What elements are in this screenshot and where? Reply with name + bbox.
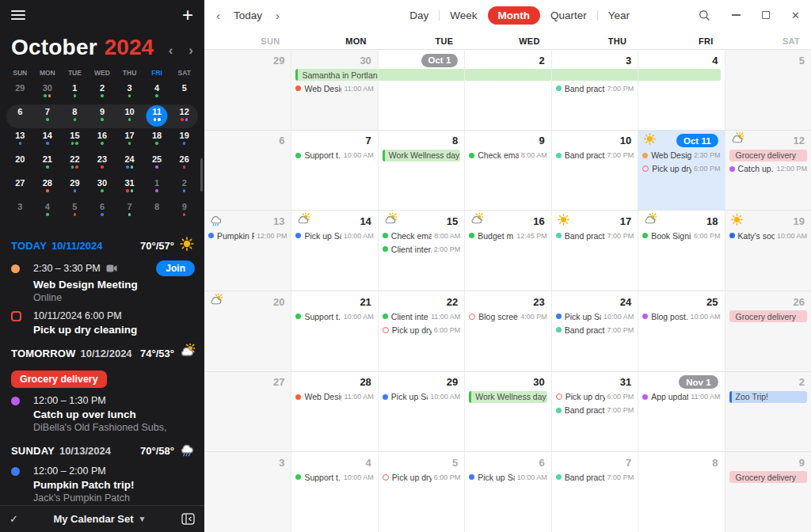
- mini-day-7[interactable]: 7: [34, 104, 62, 128]
- calendar-set-selector[interactable]: My Calendar Set ▼: [53, 513, 146, 525]
- minimize-window-icon[interactable]: [732, 14, 741, 15]
- todo-circle-icon[interactable]: [642, 165, 649, 172]
- view-tab-month[interactable]: Month: [488, 6, 540, 25]
- event-item[interactable]: Band practi...7:00 PM: [556, 82, 634, 94]
- day-cell-5[interactable]: 5Pick up dry...6:00 PM: [378, 452, 464, 532]
- day-cell-22[interactable]: 22Client inte...11:00 AMPick up dry...6:…: [378, 291, 464, 371]
- check-icon[interactable]: ✓: [10, 513, 18, 525]
- mini-day-6[interactable]: 6: [6, 104, 34, 128]
- event-item[interactable]: Budget m...12:45 PM: [469, 230, 546, 241]
- close-window-icon[interactable]: ✕: [791, 10, 800, 21]
- event-item[interactable]: Support t...10:00 AM: [295, 310, 373, 322]
- day-cell-7[interactable]: 7Band practi...7:00 PM: [551, 452, 638, 532]
- event-item[interactable]: Check email8:00 AM: [383, 230, 460, 241]
- mini-day-17[interactable]: 17: [116, 128, 143, 152]
- day-cell-30[interactable]: 30Samantha in PortlandWeb Desig...11:00 …: [291, 50, 377, 130]
- day-cell-17[interactable]: 17Band practi...7:00 PM: [551, 211, 638, 291]
- day-cell-8[interactable]: 8Work Wellness day: [378, 131, 464, 211]
- event-item[interactable]: Blog post...10:00 AM: [642, 310, 720, 322]
- day-cell-26[interactable]: 26Grocery delivery: [725, 291, 811, 371]
- todo-item[interactable]: Pick up dry...6:00 PM: [383, 471, 460, 483]
- event-item[interactable]: Band practi...7:00 PM: [556, 324, 634, 336]
- event-item[interactable]: Pick up Sa...10:00 AM: [383, 391, 460, 403]
- allday-event-banner[interactable]: Grocery delivery: [729, 150, 807, 162]
- day-cell-28[interactable]: 28Web Desig...11:00 AM: [291, 372, 377, 452]
- todo-circle-icon[interactable]: [469, 314, 475, 320]
- mini-day-15[interactable]: 15: [61, 128, 89, 152]
- mini-day-27[interactable]: 27: [6, 176, 34, 200]
- join-button[interactable]: Join: [156, 260, 195, 276]
- day-cell-18[interactable]: 18Book Signi...6:00 PM: [638, 211, 724, 291]
- allday-event-banner[interactable]: Samantha in Portland: [295, 69, 377, 81]
- day-cell-6[interactable]: 6: [204, 131, 291, 211]
- allday-event-banner[interactable]: Zoo Trip!: [729, 391, 807, 403]
- mini-day-13[interactable]: 13: [6, 128, 34, 152]
- event-item[interactable]: Pick up Sa...10:00 AM: [469, 471, 546, 483]
- todo-item[interactable]: Pick up dry...6:00 PM: [556, 391, 634, 403]
- event-item[interactable]: Pumpkin P...12:00 PM: [208, 230, 287, 241]
- day-cell-4[interactable]: 4: [638, 50, 724, 130]
- event-item[interactable]: Catch up...12:00 PM: [729, 163, 807, 175]
- todo-circle-icon[interactable]: [383, 474, 389, 481]
- todo-item[interactable]: Pick up dry...6:00 PM: [642, 163, 720, 175]
- mini-day-3[interactable]: 3: [116, 81, 143, 104]
- mini-next-month-icon[interactable]: ›: [188, 43, 193, 59]
- day-cell-4[interactable]: 4Support t...10:00 AM: [291, 452, 377, 532]
- agenda-allday-banner[interactable]: Grocery delivery: [11, 367, 195, 390]
- day-cell-14[interactable]: 14Pick up Sa...10:00 AM: [291, 211, 377, 291]
- mini-day-12[interactable]: 12: [170, 104, 198, 128]
- todo-item[interactable]: Blog screen...4:00 PM: [469, 310, 546, 322]
- agenda-item[interactable]: 12:00 – 2:00 PMPumpkin Patch trip!Jack's…: [11, 466, 195, 504]
- mini-day-28[interactable]: 28: [34, 176, 62, 200]
- view-tab-week[interactable]: Week: [440, 6, 487, 25]
- mini-day-4[interactable]: 4: [34, 200, 62, 223]
- mini-day-9[interactable]: 9: [170, 200, 198, 223]
- day-cell-29[interactable]: 29Pick up Sa...10:00 AM: [378, 372, 464, 452]
- mini-day-2[interactable]: 2: [89, 81, 116, 104]
- allday-event-banner[interactable]: [638, 69, 720, 81]
- allday-event-banner[interactable]: Work Wellness day: [383, 150, 460, 162]
- event-item[interactable]: Web Desig...11:00 AM: [295, 82, 373, 94]
- event-item[interactable]: Pick up Sa...10:00 AM: [295, 230, 373, 241]
- day-cell-8[interactable]: 8: [638, 452, 724, 532]
- day-cell-27[interactable]: 27: [204, 372, 291, 452]
- mini-day-8[interactable]: 8: [61, 104, 89, 128]
- day-cell-13[interactable]: 13Pumpkin P...12:00 PM: [204, 211, 291, 291]
- mini-day-5[interactable]: 5: [170, 81, 198, 104]
- event-item[interactable]: Katy's soc...10:00 AM: [729, 230, 807, 241]
- mini-day-19[interactable]: 19: [170, 128, 198, 152]
- day-cell-25[interactable]: 25Blog post...10:00 AM: [638, 291, 724, 371]
- event-item[interactable]: Client inter...2:00 PM: [383, 243, 460, 255]
- agenda-item[interactable]: 12:00 – 1:30 PMCatch up over lunchDiBell…: [11, 395, 195, 433]
- agenda-item[interactable]: 10/11/2024 6:00 PMPick up dry cleaning: [11, 310, 195, 336]
- day-cell-oct-11[interactable]: Oct 11Web Desig...2:30 PMPick up dry...6…: [638, 131, 724, 211]
- mini-day-24[interactable]: 24: [116, 152, 143, 176]
- mini-day-9[interactable]: 9: [89, 104, 116, 128]
- day-cell-3[interactable]: 3Band practi...7:00 PM: [551, 50, 638, 130]
- allday-event-banner[interactable]: Work Wellness day: [469, 391, 546, 403]
- mini-day-10[interactable]: 10: [116, 104, 143, 128]
- event-item[interactable]: Book Signi...6:00 PM: [642, 230, 720, 241]
- mini-day-22[interactable]: 22: [61, 152, 89, 176]
- mini-day-30[interactable]: 30: [89, 176, 116, 200]
- event-item[interactable]: Client inte...11:00 AM: [383, 310, 460, 322]
- day-cell-7[interactable]: 7Support t...10:00 AM: [291, 131, 377, 211]
- maximize-window-icon[interactable]: [762, 11, 770, 19]
- event-item[interactable]: Band practi...7:00 PM: [556, 471, 634, 483]
- mini-day-26[interactable]: 26: [170, 152, 198, 176]
- today-button[interactable]: Today: [234, 10, 262, 21]
- view-tab-day[interactable]: Day: [399, 6, 439, 25]
- day-cell-24[interactable]: 24Pick up Sa...10:00 AMBand practi...7:0…: [551, 291, 638, 371]
- allday-event-banner[interactable]: Grocery delivery: [729, 310, 807, 322]
- mini-day-7[interactable]: 7: [116, 200, 143, 223]
- mini-day-29[interactable]: 29: [6, 81, 34, 104]
- event-item[interactable]: Band practi...7:00 PM: [556, 405, 634, 416]
- mini-day-29[interactable]: 29: [61, 176, 89, 200]
- event-item[interactable]: Check email8:00 AM: [469, 150, 546, 162]
- day-cell-31[interactable]: 31Pick up dry...6:00 PMBand practi...7:0…: [551, 372, 638, 452]
- todo-checkbox[interactable]: [11, 311, 21, 321]
- mini-day-21[interactable]: 21: [34, 152, 62, 176]
- collapse-sidebar-icon[interactable]: [181, 513, 195, 525]
- day-cell-29[interactable]: 29: [204, 50, 291, 130]
- menu-icon[interactable]: [11, 8, 25, 22]
